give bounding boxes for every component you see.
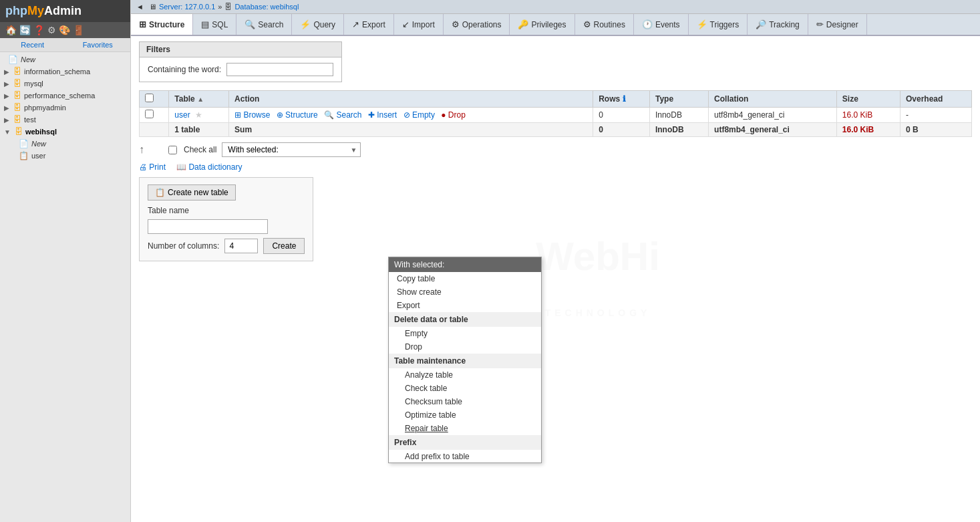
sidebar-webihsql-new[interactable]: 📄 New (0, 138, 130, 150)
insert-link-user[interactable]: ✚ Insert (368, 110, 397, 120)
dd-empty[interactable]: Empty (389, 327, 541, 340)
create-new-table-button[interactable]: 📋 Create new table (148, 184, 236, 201)
col-checkbox (140, 91, 169, 108)
routines-tab-label: Routines (594, 20, 625, 29)
tab-query[interactable]: ⚡ Query (292, 14, 344, 35)
dd-show-create[interactable]: Show create (389, 285, 541, 299)
dd-group-prefix: Prefix (389, 435, 541, 450)
sum-collation: utf8mb4_general_ci (709, 123, 837, 137)
tab-routines[interactable]: ⚙ Routines (575, 14, 634, 35)
create-button[interactable]: Create (263, 238, 305, 254)
sidebar-item-phpmyadmin[interactable]: ▶ 🗄 phpmyadmin (0, 102, 130, 114)
create-table-form: Table name Number of columns: Create (148, 206, 305, 254)
recent-tab[interactable]: Recent (0, 38, 65, 51)
tab-import[interactable]: ↙ Import (394, 14, 444, 35)
sidebar-new[interactable]: 📄 New (0, 53, 130, 66)
data-dict-link[interactable]: 📖 Data dictionary (176, 162, 242, 172)
rows-val-user: 0 (593, 108, 650, 123)
with-selected-dropdown[interactable]: With selected: Copy table Show create Ex… (222, 142, 361, 157)
logo-admin: Admin (44, 4, 81, 17)
dd-copy-table[interactable]: Copy table (389, 272, 541, 285)
table-count: 1 table (174, 125, 200, 134)
tab-privileges[interactable]: 🔑 Privileges (510, 14, 575, 35)
sort-arrow-table: ▲ (197, 96, 204, 103)
database-link[interactable]: Database: webihsql (234, 3, 299, 11)
settings-icon[interactable]: ⚙ (47, 25, 56, 35)
tab-export[interactable]: ↗ Export (344, 14, 394, 35)
theme-icon[interactable]: 🎨 (59, 25, 70, 35)
rows-info-icon[interactable]: ℹ (623, 94, 626, 104)
table-name-link-user[interactable]: user (174, 110, 190, 120)
dd-add-prefix[interactable]: Add prefix to table (389, 450, 541, 463)
col-collation: Collation (709, 91, 837, 108)
check-all-checkbox[interactable] (168, 146, 177, 154)
home-icon[interactable]: 🏠 (5, 25, 17, 35)
sidebar-webihsql-new-label: New (31, 140, 46, 148)
dropdown-header: With selected: (389, 257, 541, 272)
tab-operations[interactable]: ⚙ Operations (444, 14, 510, 35)
operations-tab-label: Operations (462, 20, 502, 29)
tab-triggers[interactable]: ⚡ Triggers (689, 14, 748, 35)
structure-link-user[interactable]: ⊕ Structure (277, 110, 318, 120)
db-icon-pma: 🗄 (13, 103, 21, 112)
col-table[interactable]: Table ▲ (169, 91, 229, 108)
tab-search[interactable]: 🔍 Search (236, 14, 292, 35)
num-columns-input[interactable] (224, 239, 258, 253)
help-icon[interactable]: ❓ (33, 25, 45, 35)
dd-export[interactable]: Export (389, 299, 541, 312)
sidebar-label-phpmyadmin: phpmyadmin (24, 104, 66, 112)
select-all-checkbox[interactable] (145, 94, 154, 102)
browse-link-user[interactable]: ⊞ Browse (234, 110, 270, 120)
favorites-tab[interactable]: Favorites (65, 38, 131, 51)
sql-tab-label: SQL (212, 20, 228, 29)
table-icon-user: 📋 (19, 151, 29, 160)
favorite-star-user[interactable]: ★ (195, 110, 202, 120)
logo-php: php (5, 4, 27, 17)
sidebar-item-performance_schema[interactable]: ▶ 🗄 performance_schema (0, 90, 130, 102)
logout-icon[interactable]: 🚪 (73, 25, 84, 35)
empty-link-user[interactable]: ⊘ Empty (403, 110, 435, 120)
size-val-user: 16.0 KiB (836, 108, 900, 123)
tables-table: Table ▲ Action Rows ℹ Type Collation Siz… (139, 90, 972, 137)
row-checkbox-user[interactable] (145, 110, 154, 118)
dd-check[interactable]: Check table (389, 382, 541, 395)
check-all-label[interactable]: Check all (184, 145, 216, 154)
designer-tab-label: Designer (826, 20, 858, 29)
server-link[interactable]: Server: 127.0.0.1 (159, 3, 215, 11)
print-link[interactable]: 🖨 Print (139, 162, 166, 172)
refresh-icon[interactable]: 🔄 (19, 25, 31, 35)
dd-analyze[interactable]: Analyze table (389, 368, 541, 382)
db-icon-webihsql: 🗄 (15, 127, 23, 136)
tab-sql[interactable]: ▤ SQL (193, 14, 236, 35)
tab-designer[interactable]: ✏ Designer (808, 14, 867, 35)
drop-link-user[interactable]: ● Drop (441, 110, 466, 120)
sidebar-item-mysql[interactable]: ▶ 🗄 mysql (0, 78, 130, 90)
content-area: Filters Containing the word: Table ▲ Act… (131, 36, 980, 522)
back-arrow[interactable]: ◄ (136, 3, 144, 11)
sidebar-label-mysql: mysql (24, 80, 43, 88)
collapse-icon-ps: ▶ (4, 92, 9, 100)
sidebar-item-test[interactable]: ▶ 🗄 test (0, 114, 130, 126)
structure-tab-label: Structure (149, 20, 184, 29)
search-link-user[interactable]: 🔍 Search (324, 110, 361, 120)
dd-drop[interactable]: Drop (389, 340, 541, 354)
table-name-input[interactable] (148, 219, 268, 234)
tab-structure[interactable]: ⊞ Structure (131, 14, 193, 36)
sidebar-webihsql-user-label: user (31, 152, 45, 160)
filter-input[interactable] (226, 63, 333, 76)
tab-events[interactable]: 🕐 Events (634, 14, 689, 35)
filters-title: Filters (140, 42, 341, 57)
dd-optimize[interactable]: Optimize table (389, 408, 541, 422)
tracking-tab-icon: 🔎 (756, 19, 766, 29)
sidebar-webihsql-user[interactable]: 📋 user (0, 150, 130, 162)
triggers-tab-icon: ⚡ (697, 19, 707, 29)
dd-checksum[interactable]: Checksum table (389, 395, 541, 408)
import-tab-label: Import (412, 20, 435, 29)
dd-repair[interactable]: Repair table (389, 422, 541, 435)
table-actions-user: ⊞ Browse ⊕ Structure 🔍 Search ✚ Insert ⊘… (229, 108, 593, 123)
triggers-tab-label: Triggers (710, 20, 740, 29)
dd-group-maintenance: Table maintenance (389, 354, 541, 368)
tab-tracking[interactable]: 🔎 Tracking (748, 14, 808, 35)
sidebar-item-information_schema[interactable]: ▶ 🗄 information_schema (0, 66, 130, 78)
sidebar-item-webihsql[interactable]: ▼ 🗄 webihsql (0, 126, 130, 138)
